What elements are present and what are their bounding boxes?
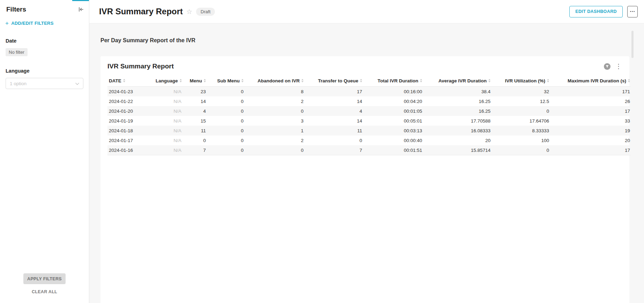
date-filter-value-chip[interactable]: No filter [6,48,28,56]
markdown-text: Per Day Summary Report of the IVR [100,37,644,44]
table-cell: 00:05:01 [363,116,423,126]
column-header-menu[interactable]: Menu [182,75,207,87]
table-cell: 19 [550,126,631,135]
table-header: DATELanguageMenuSub MenuAbandoned on IVR… [107,75,631,87]
header-more-button[interactable]: ··· [627,6,638,17]
column-label: Total IVR Duration [377,78,418,83]
language-select[interactable]: 1 option [6,78,83,89]
table-cell: 2024-01-22 [107,96,156,106]
apply-filters-button[interactable]: APPLY FILTERS [23,273,66,284]
column-header-total-ivr-duration[interactable]: Total IVR Duration [363,75,423,87]
kebab-menu-icon[interactable]: ⋮ [615,63,622,69]
app-root: Filters + ADD/EDIT FILTERS Date No filte… [0,0,644,303]
ellipsis-icon: ··· [630,8,635,14]
table-cell: 0 [491,145,550,155]
cross-filter-icon[interactable] [604,63,611,70]
add-edit-filters-label: ADD/EDIT FILTERS [11,21,53,26]
table-cell: 16.25 [423,106,491,116]
table-cell: 38.4 [423,87,491,97]
sidebar-header: Filters [0,0,89,13]
favorite-star-icon[interactable]: ☆ [186,8,192,16]
sort-icon [547,79,549,82]
chevron-down-icon [75,80,79,87]
table-cell: 2024-01-16 [107,145,156,155]
column-header-language[interactable]: Language [156,75,182,87]
column-label: Language [156,78,178,83]
table-cell: 15 [182,116,207,126]
column-header-ivr-utilization[interactable]: IVR Utilization (%) [491,75,550,87]
table-cell: 26 [550,96,631,106]
sidebar-top-accent [72,0,89,1]
language-select-value: 1 option [10,81,27,86]
table-cell: 0 [207,126,244,135]
table-cell: 2024-01-20 [107,106,156,116]
table-cell: 0 [244,106,304,116]
sort-icon [180,79,182,82]
sort-icon [628,79,630,82]
sort-icon [360,79,362,82]
collapse-panel-icon [78,8,84,14]
table-row: 2024-01-23N/A23081700:16:0038.432171 [107,87,631,97]
table-cell: 0 [182,135,207,145]
table-cell: N/A [156,106,182,116]
table-cell: 17 [550,106,631,116]
dashboard-title: IVR Summary Report [99,7,183,16]
table-cell: 00:00:40 [363,135,423,145]
sort-icon [241,79,244,82]
table-cell: 15.85714 [423,145,491,155]
chart-card: IVR Summary Report ⋮ DATELanguageMenuSub… [100,56,629,303]
table-cell: 2024-01-17 [107,135,156,145]
collapse-filters-button[interactable] [77,6,85,13]
column-label: Abandoned on IVR [257,78,300,83]
column-header-abandoned-on-ivr[interactable]: Abandoned on IVR [244,75,304,87]
table-cell: 14 [304,116,363,126]
table-header-row: DATELanguageMenuSub MenuAbandoned on IVR… [107,75,631,87]
table-cell: 0 [207,87,244,97]
table-cell: 0 [207,145,244,155]
date-filter-section: Date No filter [0,38,89,56]
column-label: DATE [109,78,121,83]
scrollbar-thumb[interactable] [631,31,634,58]
table-cell: 16.08333 [423,126,491,135]
column-header-sub-menu[interactable]: Sub Menu [207,75,244,87]
edit-dashboard-button[interactable]: EDIT DASHBOARD [569,6,623,17]
table-cell: 0 [207,135,244,145]
chart-title: IVR Summary Report [107,62,174,70]
column-header-transfer-to-queue[interactable]: Transfer to Queue [304,75,363,87]
table-cell: 32 [491,87,550,97]
column-header-maximum-ivr-duration-s[interactable]: Maximum IVR Duration (s) [550,75,631,87]
table-cell: 4 [304,106,363,116]
table-cell: 1 [244,126,304,135]
filters-title: Filters [6,6,26,13]
table-cell: N/A [156,145,182,155]
table-cell: 0 [491,106,550,116]
table-cell: 8 [244,87,304,97]
table-row: 2024-01-19N/A15031400:05:0117.7058817.64… [107,116,631,126]
table-cell: 0 [207,96,244,106]
language-filter-section: Language 1 option [0,68,89,89]
table-cell: 14 [304,96,363,106]
column-header-date[interactable]: DATE [107,75,156,87]
table-cell: 14 [182,96,207,106]
table-cell: 16.25 [423,96,491,106]
table-cell: 2 [244,96,304,106]
table-cell: 0 [207,116,244,126]
column-header-average-ivr-duration[interactable]: Average IVR Duration [423,75,491,87]
table-cell: 00:04:20 [363,96,423,106]
plus-icon: + [5,20,9,26]
table-cell: 3 [244,116,304,126]
clear-all-button[interactable]: CLEAR ALL [30,289,59,295]
table-row: 2024-01-22N/A14021400:04:2016.2512.526 [107,96,631,106]
dashboard-header: IVR Summary Report ☆ Draft EDIT DASHBOAR… [89,0,644,23]
table-cell: 8.33333 [491,126,550,135]
table-cell: 17 [304,87,363,97]
sort-icon [301,79,304,82]
table-cell: 2 [244,135,304,145]
draft-status-badge: Draft [196,8,215,16]
table-cell: 20 [550,135,631,145]
table-cell: 12.5 [491,96,550,106]
table-row: 2024-01-16N/A700700:01:5115.85714017 [107,145,631,155]
main-area: IVR Summary Report ☆ Draft EDIT DASHBOAR… [89,0,644,303]
add-edit-filters-button[interactable]: + ADD/EDIT FILTERS [5,20,54,26]
sort-icon [420,79,422,82]
